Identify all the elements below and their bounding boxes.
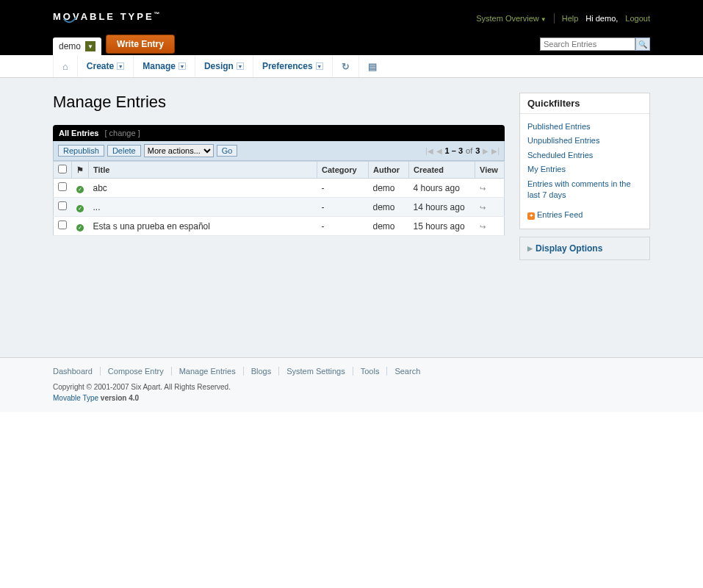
nav-preferences[interactable]: Preferences▼ [253,55,333,77]
triangle-right-icon: ▶ [527,245,533,252]
entry-title-link[interactable]: Esta s una prueba en español [93,221,210,232]
top-right-menu: System Overview▼ Help Hi demo, Logout [476,13,650,24]
view-entry-icon[interactable]: ↪ [480,223,486,231]
col-category[interactable]: Category [317,162,369,179]
search-button[interactable]: 🔍 [635,37,650,51]
footer-link[interactable]: Tools [353,367,388,376]
page-prev-icon[interactable]: ◀ [436,147,442,155]
col-title[interactable]: Title [89,162,317,179]
status-published-icon: ✓ [76,224,84,232]
entries-table: ⚑ Title Category Author Created View ✓ab… [53,161,505,236]
nav-home[interactable]: ⌂ [53,55,78,77]
entry-author: demo [369,217,409,236]
list-icon: ▤ [368,61,377,72]
divider [554,13,555,24]
page-range: 1 – 3 [445,146,463,155]
nav-list[interactable]: ▤ [359,55,386,77]
page-first-icon[interactable]: |◀ [425,147,433,155]
entry-title-link[interactable]: ... [93,202,101,212]
entry-created: 14 hours ago [409,198,475,217]
entry-created: 4 hours ago [409,179,475,198]
status-published-icon: ✓ [76,186,84,193]
system-overview-link[interactable]: System Overview▼ [476,14,547,23]
footer-link[interactable]: Manage Entries [172,367,244,376]
page-next-icon[interactable]: ▶ [483,147,489,155]
quickfilter-link[interactable]: Entries with comments in the last 7 days [527,177,642,203]
write-entry-button[interactable]: Write Entry [106,35,175,54]
entry-created: 15 hours ago [409,217,475,236]
entry-title-link[interactable]: abc [93,183,107,193]
blog-tab[interactable]: demo ▼ [53,37,101,55]
home-icon: ⌂ [62,61,68,72]
toolbar: Republish Delete More actions... Go |◀ ◀… [53,141,505,161]
page-last-icon[interactable]: ▶| [491,147,500,155]
col-view: View [475,162,505,179]
footer: DashboardCompose EntryManage EntriesBlog… [0,357,703,412]
search-icon: 🔍 [638,40,647,49]
logout-link[interactable]: Logout [625,14,650,23]
display-options-toggle[interactable]: ▶ Display Options [519,237,650,260]
chevron-down-icon: ▼ [316,62,323,70]
entry-category: - [317,179,369,198]
side-column: Quickfilters Published EntriesUnpublishe… [519,93,650,260]
footer-link[interactable]: Blogs [244,367,280,376]
panel-title: All Entries [59,129,98,137]
entries-feed-link[interactable]: ✦Entries Feed [527,208,642,222]
main-column: Manage Entries All Entries [ change ] Re… [53,93,505,260]
pagination: |◀ ◀ 1 – 3 of 3 ▶ ▶| [425,146,500,155]
content-wrap: Manage Entries All Entries [ change ] Re… [0,78,703,357]
footer-link[interactable]: Search [387,367,428,376]
quickfilter-link[interactable]: Published Entries [527,120,642,134]
quickfilters-heading: Quickfilters [520,93,649,114]
logo-swoosh-icon [63,18,76,25]
entry-author: demo [369,179,409,198]
product-link[interactable]: Movable Type [53,394,98,402]
row-checkbox[interactable] [58,182,67,191]
copyright: Copyright © 2001-2007 Six Apart. All Rig… [53,381,650,404]
footer-links: DashboardCompose EntryManage EntriesBlog… [53,367,650,376]
select-all-checkbox[interactable] [58,165,67,173]
quickfilter-link[interactable]: Unpublished Entries [527,134,642,148]
quickfilter-link[interactable]: Scheduled Entries [527,148,642,162]
logo-tm: ™ [154,11,160,18]
page-total: 3 [475,146,480,155]
chevron-down-icon[interactable]: ▼ [85,41,95,51]
more-actions-select[interactable]: More actions... [144,144,214,157]
row-checkbox[interactable] [58,201,67,210]
col-author[interactable]: Author [369,162,409,179]
search-input[interactable] [540,37,635,51]
panel-header: All Entries [ change ] [53,125,505,141]
nav-manage[interactable]: Manage▼ [134,55,195,77]
entry-author: demo [369,198,409,217]
view-entry-icon[interactable]: ↪ [480,184,486,193]
entry-category: - [317,217,369,236]
republish-button[interactable]: Republish [58,145,104,157]
status-published-icon: ✓ [76,205,84,212]
table-row: ✓Esta s una prueba en español-demo15 hou… [54,217,505,236]
chevron-down-icon: ▼ [117,62,124,70]
footer-link[interactable]: System Settings [279,367,353,376]
change-filter-link[interactable]: [ change ] [104,129,140,137]
chevron-down-icon: ▼ [541,16,547,23]
nav-create[interactable]: Create▼ [78,55,134,77]
blog-tab-label: demo [59,41,81,51]
nav-design[interactable]: Design▼ [195,55,253,77]
quickfilter-link[interactable]: My Entries [527,162,642,176]
refresh-icon: ↻ [342,61,350,72]
entry-category: - [317,198,369,217]
table-row: ✓abc-demo4 hours ago↪ [54,179,505,198]
help-link[interactable]: Help [562,14,579,23]
blog-tab-row: demo ▼ Write Entry [53,35,175,55]
row-checkbox[interactable] [58,220,67,229]
footer-link[interactable]: Compose Entry [101,367,172,376]
quickfilters-panel: Quickfilters Published EntriesUnpublishe… [519,93,650,229]
footer-link[interactable]: Dashboard [53,367,101,376]
chevron-down-icon: ▼ [179,62,186,70]
view-entry-icon[interactable]: ↪ [480,204,486,212]
navbar: ⌂ Create▼ Manage▼ Design▼ Preferences▼ ↻… [0,55,703,78]
col-created[interactable]: Created [409,162,475,179]
go-button[interactable]: Go [217,145,238,157]
table-row: ✓...-demo14 hours ago↪ [54,198,505,217]
nav-refresh[interactable]: ↻ [333,55,359,77]
delete-button[interactable]: Delete [107,145,141,157]
